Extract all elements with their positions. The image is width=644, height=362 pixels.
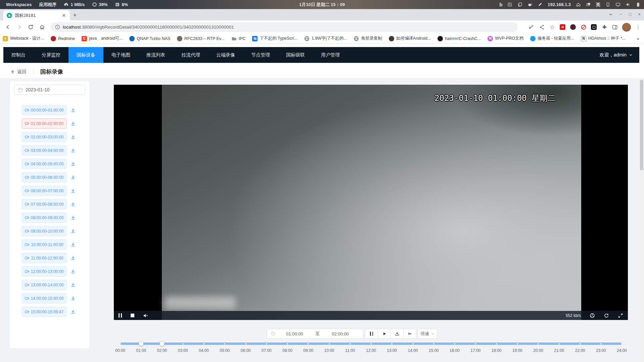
download-record-button[interactable] — [71, 121, 76, 126]
download-record-button[interactable] — [71, 282, 76, 287]
back-link[interactable]: 返回 — [10, 69, 27, 75]
nav-tab-4[interactable]: 电子地图 — [103, 47, 138, 63]
record-segment-button[interactable]: 09:00:00-10:00:00 — [21, 226, 67, 236]
download-record-button[interactable] — [71, 175, 76, 180]
record-segment-button[interactable]: 07:00:00-08:00:00 — [21, 199, 67, 209]
nav-tab-8[interactable]: 节点管理 — [243, 47, 278, 63]
download-record-button[interactable] — [71, 255, 76, 260]
download-record-button[interactable] — [71, 296, 76, 301]
profile-avatar[interactable] — [622, 23, 631, 32]
nav-tab-10[interactable]: 用户管理 — [313, 47, 348, 63]
page-info-icon[interactable] — [55, 25, 60, 30]
record-segment-button[interactable]: 12:00:00-13:00:00 — [21, 266, 67, 277]
workspaces-button[interactable]: Workspaces — [6, 2, 32, 7]
player-pause-icon[interactable] — [119, 313, 122, 318]
bookmark-item[interactable]: 1.8W字|了不起的... — [304, 36, 347, 41]
tray-app-b-icon[interactable]: b — [499, 2, 502, 7]
download-record-button[interactable] — [71, 269, 76, 274]
bookmark-item[interactable]: 免登录复制 — [354, 36, 382, 41]
refresh-icon[interactable] — [604, 313, 609, 318]
nav-tab-9[interactable]: 国标级联 — [278, 47, 313, 63]
nav-tab-2[interactable]: 分屏监控 — [34, 47, 68, 63]
extensions-puzzle-icon[interactable] — [601, 24, 607, 30]
download-record-button[interactable] — [71, 242, 76, 247]
timeline-range-handle[interactable] — [159, 341, 165, 346]
browser-scrollbar[interactable] — [639, 78, 644, 362]
nav-tab-6[interactable]: 拉流代理 — [173, 47, 208, 63]
record-segment-button[interactable]: 01:00:00-02:00:00 — [21, 118, 67, 129]
player-mute-icon[interactable] — [143, 313, 148, 318]
download-record-button[interactable] — [71, 202, 76, 207]
record-segment-button[interactable]: 06:00:00-07:00:00 — [21, 186, 67, 196]
record-segment-button[interactable]: 14:00:00-15:00:00 — [21, 293, 67, 304]
window-chevron-icon[interactable] — [609, 12, 613, 16]
bookmark-item[interactable]: Redmine — [51, 36, 75, 41]
input-method-indicator[interactable]: 英 — [596, 2, 600, 8]
tray-pen-icon[interactable] — [538, 2, 543, 7]
extension-blocker-icon[interactable] — [581, 24, 586, 30]
bookmark-item[interactable]: 知了不起的 TypeScri... — [252, 36, 297, 41]
bookmark-item[interactable]: IPC — [231, 36, 246, 41]
video-player[interactable]: 2023-01-10 01:00:00 星期二 552 kb/s — [114, 85, 628, 320]
home-button[interactable] — [36, 22, 48, 32]
bookmark-item[interactable]: 如何编译Android... — [389, 36, 431, 41]
tray-notes-icon[interactable] — [507, 2, 512, 7]
bookmarks-overflow-button[interactable]: » — [635, 36, 641, 41]
side-panel-icon[interactable] — [612, 24, 617, 30]
bookmark-item[interactable]: RFC2833 – RTP Ev... — [177, 36, 225, 41]
download-record-button[interactable] — [71, 309, 76, 314]
applications-menu-button[interactable]: 应用程序 — [39, 2, 56, 8]
download-record-button[interactable] — [71, 108, 76, 113]
record-segment-button[interactable]: 00:00:00-01:00:00 — [21, 105, 67, 115]
display-icon[interactable] — [615, 2, 620, 7]
home-icon[interactable] — [576, 2, 581, 7]
tray-coffee-icon[interactable] — [527, 2, 533, 7]
user-menu[interactable]: 欢迎，admin — [600, 52, 639, 58]
extension-wine-icon[interactable] — [570, 24, 576, 30]
record-segment-button[interactable]: 11:00:00-12:00:00 — [21, 253, 67, 263]
pause-button[interactable] — [365, 329, 378, 338]
window-minimize-icon[interactable]: − — [619, 12, 622, 17]
nav-tab-5[interactable]: 推流列表 — [138, 47, 173, 63]
bookmark-item[interactable]: QNAP Turbo NAS — [129, 36, 170, 41]
bookmark-item[interactable]: ≡Webstack - 设计... — [3, 36, 44, 41]
share-icon[interactable] — [539, 24, 545, 30]
tab-close-icon[interactable]: ✕ — [60, 13, 67, 18]
bookmark-item[interactable]: 服务器 - 轻量应用... — [530, 36, 574, 41]
bookmark-item[interactable]: NHDAtmos :: 种子 *... — [581, 36, 626, 41]
end-time-value[interactable]: 02:00:00 — [321, 331, 360, 336]
reload-button[interactable] — [25, 22, 36, 32]
date-picker-input[interactable]: 2023-01-10 — [14, 85, 85, 95]
window-restore-icon[interactable]: □ — [629, 12, 632, 17]
seek-back-button[interactable] — [404, 329, 416, 338]
address-bar[interactable]: localhost:38080/#/gbRecordDetail/3402000… — [50, 22, 518, 32]
extension-dark-square-icon[interactable] — [591, 24, 597, 30]
battery-icon[interactable] — [636, 2, 641, 7]
extension-js-icon[interactable]: JS — [560, 24, 565, 30]
play-button[interactable] — [378, 329, 391, 338]
password-key-icon[interactable] — [528, 24, 534, 30]
window-close-icon[interactable]: × — [638, 12, 641, 17]
browser-menu-icon[interactable]: ⋮ — [636, 24, 641, 30]
record-segment-button[interactable]: 02:00:00-03:00:00 — [21, 132, 67, 142]
record-segment-button[interactable]: 04:00:00-05:00:00 — [21, 159, 67, 169]
download-record-button[interactable] — [71, 188, 76, 193]
nav-tab-7[interactable]: 云端录像 — [208, 47, 243, 63]
download-record-button[interactable] — [71, 134, 76, 139]
record-segment-button[interactable]: 05:00:00-06:00:00 — [21, 172, 67, 183]
ip-address[interactable]: 192.168.1.3 — [548, 2, 571, 7]
bookmark-item[interactable]: WWVP-PRO文档 — [488, 36, 523, 41]
download-record-button[interactable] — [71, 148, 76, 153]
bookmark-item[interactable]: hairrrrr/C-CrashC... — [438, 36, 481, 41]
download-button[interactable] — [391, 329, 404, 338]
forward-button[interactable] — [13, 22, 25, 32]
timeline-slider[interactable] — [120, 343, 622, 345]
nav-tab-3[interactable]: 国标设备 — [68, 47, 103, 63]
record-segment-button[interactable]: 03:00:00-04:00:00 — [21, 145, 67, 156]
tablet-icon[interactable] — [605, 2, 610, 7]
player-stop-icon[interactable] — [131, 314, 134, 317]
timeline-range-handle[interactable] — [139, 341, 144, 346]
start-time-value[interactable]: 01:00:00 — [275, 331, 314, 336]
download-record-button[interactable] — [71, 229, 76, 234]
new-tab-button[interactable]: + — [73, 12, 77, 18]
